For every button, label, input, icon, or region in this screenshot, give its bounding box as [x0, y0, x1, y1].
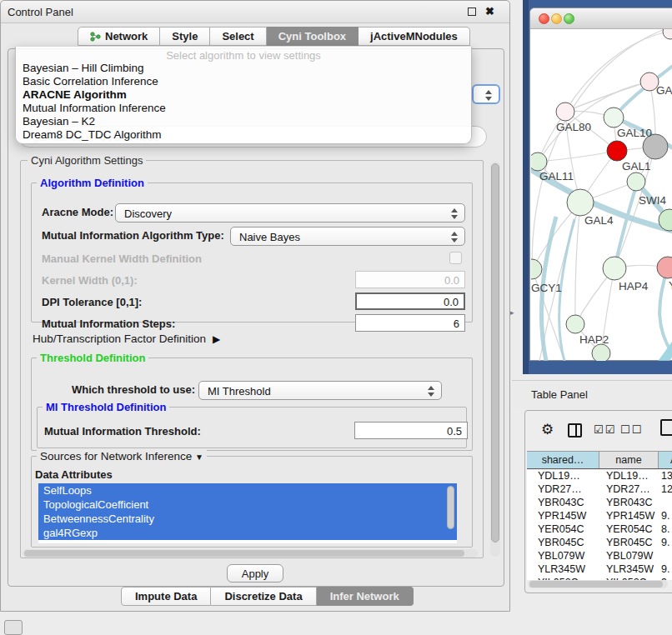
column-header-partial[interactable]: A [659, 452, 672, 468]
algorithm-definition-title: Algorithm Definition [37, 177, 148, 189]
select-all-icon[interactable]: ☑☑ [594, 423, 616, 436]
mi-threshold-group: MI Threshold Definition Mutual Informati… [37, 407, 467, 448]
data-attributes-list[interactable]: SelfLoops TopologicalCoefficient Between… [38, 483, 457, 543]
menu-item-bayesian-k2[interactable]: Bayesian – K2 [16, 115, 471, 128]
svg-text:GAL10: GAL10 [617, 127, 652, 139]
tab-style[interactable]: Style [160, 27, 210, 46]
sources-title[interactable]: Sources for Network Inference ▼ [37, 450, 207, 462]
close-traffic-light-icon[interactable] [539, 13, 549, 24]
column-header-shared-name[interactable]: shared… [527, 452, 599, 468]
mi-type-combo[interactable]: Naive Bayes [230, 227, 465, 246]
deselect-all-icon[interactable]: ☐☐ [620, 423, 643, 436]
threshold-definition-title: Threshold Definition [37, 352, 148, 364]
kernel-width-field[interactable]: 0.0 [355, 271, 465, 288]
cyni-algorithm-settings-group: Cyni Algorithm Settings Algorithm Defini… [20, 160, 484, 558]
table-row[interactable]: YBR043CYBR043C [527, 497, 672, 510]
node-hap4[interactable] [603, 257, 626, 280]
table-row[interactable]: YLR345WYLR345W9. [527, 563, 672, 577]
node-hap2[interactable] [566, 315, 584, 333]
panel-splitter-handle[interactable]: ▸ [510, 308, 514, 317]
manual-kernel-checkbox[interactable] [449, 252, 462, 264]
minimize-traffic-light-icon[interactable] [551, 13, 562, 24]
node[interactable] [592, 344, 610, 361]
tab-impute-data[interactable]: Impute Data [121, 587, 211, 606]
table-row[interactable]: YER054CYER054C8. [527, 523, 672, 537]
menu-item-bayesian-hill-climbing[interactable]: Bayesian – Hill Climbing [16, 62, 471, 75]
menu-item-aracne[interactable]: ARACNE Algorithm [16, 88, 471, 102]
node-gal11[interactable] [531, 152, 547, 171]
which-threshold-combo[interactable]: MI Threshold [198, 381, 442, 400]
menu-item-dream8[interactable]: Dream8 DC_TDC Algorithm [16, 128, 471, 142]
which-threshold-label: Which threshold to use: [72, 383, 195, 396]
aracne-mode-label: Aracne Mode: [42, 206, 113, 218]
list-item[interactable]: gal4RGexp [38, 526, 457, 540]
close-icon[interactable]: ✖ [485, 5, 494, 18]
algorithm-dropdown-popup: Select algorithm to view settings Bayesi… [15, 47, 472, 144]
table-row[interactable]: YDL19…YDL19…13 [527, 470, 672, 483]
table-row[interactable]: YDR27…YDR27…12 [527, 483, 672, 497]
list-scrollbar[interactable] [447, 486, 454, 536]
tab-infer-network[interactable]: Infer Network [317, 587, 414, 606]
node-gcy1[interactable] [531, 259, 542, 279]
columns-icon[interactable] [568, 423, 582, 438]
tab-cyni-toolbox[interactable]: Cyni Toolbox [267, 27, 359, 46]
stepper-icon [485, 89, 492, 102]
network-view-shade [523, 0, 529, 374]
table-horizontal-scrollbar[interactable] [528, 580, 668, 588]
hub-definition-expander[interactable]: Hub/Transcription Factor Definition▶ [33, 332, 220, 345]
svg-text:GAL11: GAL11 [539, 170, 574, 182]
list-item[interactable]: SelfLoops [38, 483, 457, 498]
table-row[interactable]: YBR045CYBR045C9. [527, 537, 672, 550]
node-gal4[interactable] [567, 189, 594, 216]
node-gal10[interactable] [604, 108, 624, 128]
menu-item-mutual-information[interactable]: Mutual Information Inference [16, 102, 471, 115]
collapsed-panel-icon[interactable] [4, 620, 23, 635]
float-window-icon[interactable] [468, 8, 476, 16]
tab-jactivemnodules[interactable]: jActiveMNodules [359, 27, 470, 46]
aracne-mode-combo[interactable]: Discovery [115, 203, 465, 222]
sources-group: Sources for Network Inference ▼ Data Att… [31, 456, 473, 548]
node-swi4[interactable] [627, 172, 645, 191]
node-gal80[interactable] [556, 102, 574, 121]
algorithm-combo-fragment[interactable] [472, 84, 500, 104]
node-salmon[interactable] [657, 257, 672, 278]
manual-kernel-label: Manual Kernel Width Definition [42, 252, 202, 265]
network-thick-edges [531, 62, 672, 361]
algorithm-definition-group: Algorithm Definition Aracne Mode: Discov… [31, 182, 473, 322]
settings-horizontal-scrollbar[interactable] [23, 549, 478, 558]
data-attributes-label: Data Attributes [35, 468, 113, 481]
svg-text:GAL1: GAL1 [622, 160, 651, 172]
node[interactable] [663, 29, 672, 39]
table-row[interactable]: YPR145WYPR145W9. [527, 510, 672, 523]
mi-threshold-field[interactable]: 0.5 [354, 422, 468, 439]
table-panel-header: Table Panel [512, 380, 672, 408]
dpi-tolerance-field[interactable]: 0.0 [355, 292, 465, 310]
stepper-icon [428, 385, 434, 398]
control-panel-titlebar: Control Panel ✖ [1, 1, 509, 23]
tab-select[interactable]: Select [210, 27, 266, 46]
tab-network[interactable]: Network [78, 27, 160, 46]
expand-arrow-icon: ▶ [213, 333, 220, 345]
table-row[interactable]: YBL079WYBL079W [527, 550, 672, 563]
export-table-icon[interactable] [660, 419, 672, 436]
apply-button[interactable]: Apply [227, 564, 283, 582]
menu-item-basic-correlation[interactable]: Basic Correlation Inference [16, 75, 471, 88]
zoom-traffic-light-icon[interactable] [564, 13, 574, 24]
settings-vertical-scrollbar[interactable] [490, 162, 500, 557]
network-window-titlebar [530, 8, 672, 29]
tab-discretize-data[interactable]: Discretize Data [211, 587, 316, 606]
list-item[interactable]: TopologicalCoefficient [38, 498, 457, 512]
mi-steps-field[interactable]: 6 [355, 314, 465, 332]
svg-text:SWI4: SWI4 [639, 194, 666, 207]
list-item[interactable]: BetweennessCentrality [38, 512, 457, 526]
svg-text:GAL4: GAL4 [584, 214, 614, 227]
stepper-icon [451, 231, 458, 243]
gear-icon[interactable]: ⚙ [541, 421, 554, 438]
svg-text:HAP2: HAP2 [579, 333, 609, 346]
column-header-name[interactable]: name [599, 452, 659, 468]
network-canvas[interactable]: GAL GAL80 GAL10 GAL1 GAL11 SWI4 GAL4 GCY… [531, 29, 672, 361]
network-icon [90, 32, 101, 42]
mi-type-label: Mutual Information Algorithm Type: [42, 229, 224, 242]
node-gal1[interactable] [607, 141, 627, 161]
stepper-icon [451, 208, 458, 220]
